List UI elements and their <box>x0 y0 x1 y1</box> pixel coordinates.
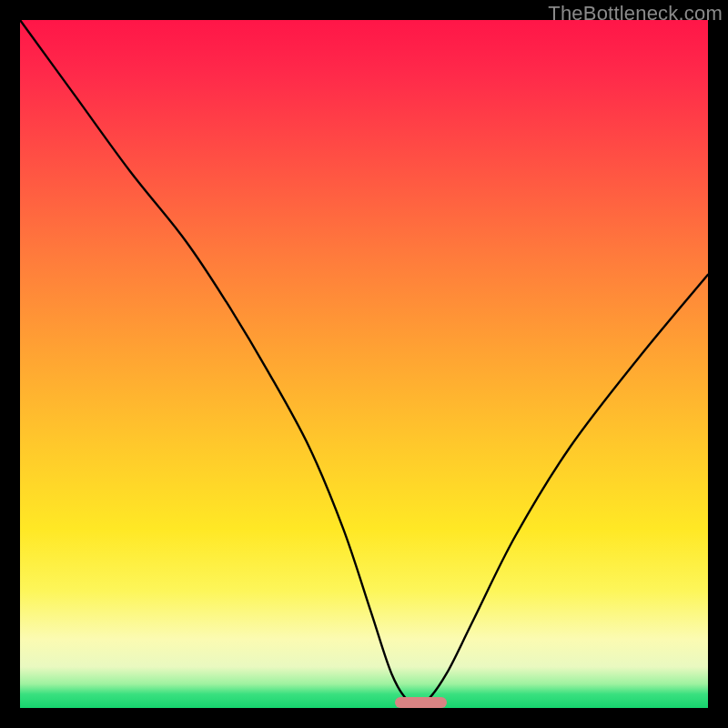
chart-frame: TheBottleneck.com <box>0 0 728 728</box>
bottleneck-curve <box>20 20 708 708</box>
watermark-text: TheBottleneck.com <box>548 2 723 25</box>
optimal-range-marker <box>395 697 447 708</box>
plot-area <box>20 20 708 708</box>
